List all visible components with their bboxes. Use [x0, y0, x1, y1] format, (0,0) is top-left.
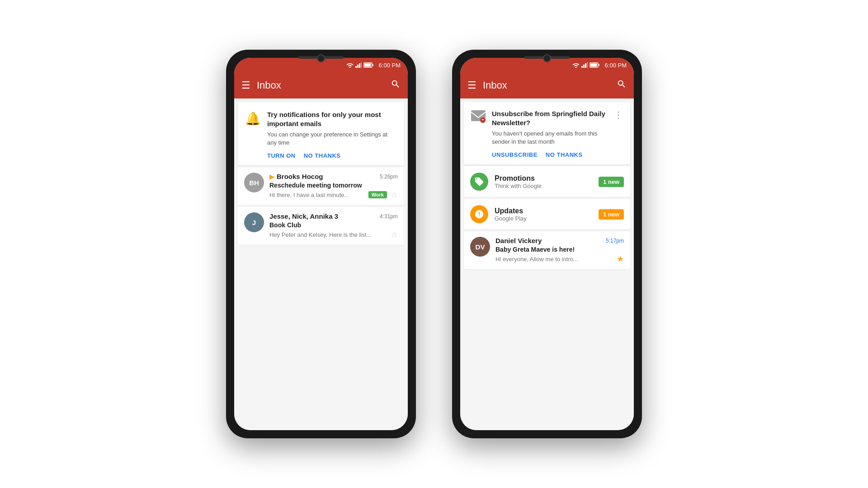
notification-actions: TURN ON NO THANKS: [267, 152, 397, 159]
svg-rect-16: [482, 119, 484, 120]
email-preview-row-1: Hi there, I have a last minute... Work ☆: [269, 190, 398, 200]
notification-card: 🔔 Try notifications for only your most i…: [238, 102, 404, 165]
email-body-1: ▶ Brooks Hocog 5:26pm Reschedule meeting…: [269, 173, 398, 200]
email-preview-daniel: Hi everyone, Allow me to intro...: [495, 256, 613, 263]
email-item-2[interactable]: J Jesse, Nick, Annika 3 4:31pm Book Club…: [238, 207, 404, 245]
phone-1-screen: 6:00 PM ☰ Inbox 🔔 Try notifications f: [234, 58, 408, 430]
signal-icon: [355, 62, 362, 68]
email-time-2: 4:31pm: [380, 213, 398, 220]
svg-rect-5: [373, 64, 373, 66]
svg-rect-0: [355, 66, 357, 68]
mail-icon: [471, 110, 486, 123]
star-icon-2[interactable]: ☆: [391, 230, 398, 239]
svg-rect-13: [590, 64, 597, 67]
svg-rect-7: [581, 66, 583, 68]
phone-2-screen: 6:00 PM ☰ Inbox: [460, 58, 634, 430]
avatar-brooks: BH: [244, 173, 264, 192]
phone-1-toolbar: ☰ Inbox: [234, 72, 408, 99]
email-preview-1: Hi there, I have a last minute...: [269, 192, 365, 198]
unsubscribe-subtitle: You haven't opened any emails from this …: [492, 130, 608, 146]
email-item-1[interactable]: BH ▶ Brooks Hocog 5:26pm Reschedule meet…: [238, 167, 404, 205]
phone-2-toolbar: ☰ Inbox: [460, 72, 634, 99]
phone-1-status-bar: 6:00 PM: [234, 58, 408, 72]
promotions-badge: 1 new: [599, 177, 624, 187]
work-tag: Work: [368, 191, 387, 198]
search-icon: [391, 79, 401, 89]
phone-2-toolbar-title: Inbox: [483, 80, 610, 91]
search-icon-2: [617, 79, 627, 89]
unsubscribe-title: Unsubscribe from Springfield Daily Newsl…: [492, 109, 608, 127]
email-top-1: ▶ Brooks Hocog 5:26pm: [269, 173, 398, 180]
updates-sub: Google Play: [495, 215, 592, 222]
updates-body: Updates Google Play: [495, 207, 592, 222]
promotions-icon-wrap: [470, 173, 488, 191]
notification-subtitle: You can change your preference in Settin…: [267, 131, 397, 147]
svg-rect-12: [599, 64, 599, 66]
unsubscribe-card: Unsubscribe from Springfield Daily Newsl…: [464, 102, 630, 164]
no-thanks-button-2[interactable]: NO THANKS: [546, 151, 583, 158]
email-top-2: Jesse, Nick, Annika 3 4:31pm: [269, 212, 398, 220]
bell-icon: 🔔: [245, 111, 261, 159]
updates-icon-wrap: [470, 205, 488, 223]
battery-icon-2: [590, 62, 599, 68]
phone-2-status-bar: 6:00 PM: [460, 58, 634, 72]
email-sender-daniel: Daniel Vickery: [495, 237, 542, 244]
promotions-category[interactable]: Promotions Think with Google 1 new: [464, 166, 630, 197]
svg-rect-9: [585, 63, 586, 68]
phone-2-search-button[interactable]: [617, 79, 627, 92]
phone-2-status-icons: [572, 62, 599, 68]
updates-name: Updates: [495, 207, 592, 215]
wifi-icon-2: [572, 62, 580, 68]
phone-1: 6:00 PM ☰ Inbox 🔔 Try notifications f: [226, 50, 416, 438]
updates-category[interactable]: Updates Google Play 1 new: [464, 199, 630, 230]
email-sender-2: Jesse, Nick, Annika 3: [269, 212, 338, 220]
unsubscribe-text: Unsubscribe from Springfield Daily Newsl…: [492, 109, 608, 158]
email-subject-daniel: Baby Greta Maeve is here!: [495, 246, 624, 253]
phone-2-time: 6:00 PM: [605, 62, 627, 69]
unsubscribe-actions: UNSUBSCRIBE NO THANKS: [492, 151, 608, 158]
email-subject-2: Book Club: [269, 221, 398, 229]
promotions-body: Promotions Think with Google: [495, 174, 592, 189]
email-subject-1: Reschedule meeting tomorrow: [269, 182, 398, 189]
email-item-daniel[interactable]: DV Daniel Vickery 5:17pm Baby Greta Maev…: [464, 231, 630, 269]
email-top-daniel: Daniel Vickery 5:17pm: [495, 237, 624, 244]
phone-2-menu-button[interactable]: ☰: [467, 80, 476, 91]
phone-1-toolbar-title: Inbox: [257, 80, 384, 91]
svg-rect-2: [359, 63, 360, 68]
notification-title: Try notifications for only your most imp…: [267, 110, 397, 128]
more-options-button[interactable]: ⋮: [614, 109, 623, 120]
priority-icon: ▶: [269, 173, 274, 180]
phone-1-menu-button[interactable]: ☰: [241, 80, 250, 91]
promotions-name: Promotions: [495, 174, 592, 183]
email-preview-2: Hey Peter and Kelsey, Here is the list..…: [269, 231, 387, 238]
svg-rect-6: [364, 64, 371, 67]
email-preview-row-daniel: Hi everyone, Allow me to intro... ★: [495, 254, 624, 264]
email-time-daniel: 5:17pm: [606, 238, 624, 244]
promotions-sub: Think with Google: [495, 183, 592, 189]
email-body-daniel: Daniel Vickery 5:17pm Baby Greta Maeve i…: [495, 237, 624, 264]
wifi-icon: [346, 62, 354, 68]
email-preview-row-2: Hey Peter and Kelsey, Here is the list..…: [269, 230, 398, 239]
unsubscribe-button[interactable]: UNSUBSCRIBE: [492, 151, 538, 158]
battery-icon: [363, 62, 373, 68]
svg-rect-3: [361, 62, 362, 68]
svg-rect-1: [357, 65, 359, 68]
email-sender-1: ▶ Brooks Hocog: [269, 173, 323, 180]
avatar-jesse: J: [244, 212, 264, 232]
notification-text: Try notifications for only your most imp…: [267, 110, 397, 159]
turn-on-button[interactable]: TURN ON: [267, 152, 296, 159]
mail-icon-wrap: [471, 110, 486, 158]
phone-1-content: 🔔 Try notifications for only your most i…: [234, 99, 408, 430]
star-icon-1[interactable]: ☆: [391, 190, 398, 200]
email-time-1: 5:26pm: [380, 174, 398, 180]
phone-1-time: 6:00 PM: [379, 62, 401, 69]
promotions-icon: [474, 177, 484, 187]
signal-icon-2: [581, 62, 588, 68]
no-thanks-button[interactable]: NO THANKS: [304, 152, 341, 159]
phone-1-status-icons: [346, 62, 373, 68]
phone-2-content: Unsubscribe from Springfield Daily Newsl…: [460, 99, 634, 430]
phone-1-search-button[interactable]: [391, 79, 401, 92]
scene: 6:00 PM ☰ Inbox 🔔 Try notifications f: [226, 50, 642, 438]
avatar-daniel: DV: [470, 237, 490, 257]
star-icon-daniel[interactable]: ★: [617, 254, 624, 264]
